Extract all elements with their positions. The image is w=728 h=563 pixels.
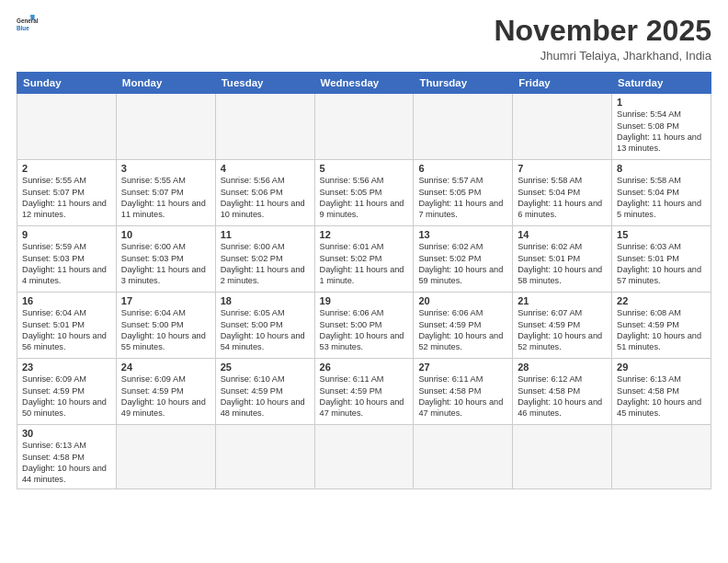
calendar-cell: [513, 94, 612, 160]
day-number: 24: [121, 362, 210, 373]
calendar-week-row: 23Sunrise: 6:09 AM Sunset: 4:59 PM Dayli…: [17, 359, 711, 425]
day-number: 7: [518, 163, 607, 174]
calendar-cell: [215, 94, 314, 160]
day-info: Sunrise: 6:09 AM Sunset: 4:59 PM Dayligh…: [22, 373, 111, 419]
day-number: 27: [418, 362, 507, 373]
day-info: Sunrise: 6:09 AM Sunset: 4:59 PM Dayligh…: [121, 373, 210, 419]
day-number: 17: [121, 295, 210, 306]
day-info: Sunrise: 6:02 AM Sunset: 5:02 PM Dayligh…: [418, 241, 507, 287]
day-number: 20: [418, 295, 507, 306]
day-info: Sunrise: 5:54 AM Sunset: 5:08 PM Dayligh…: [617, 109, 706, 155]
calendar-cell: 27Sunrise: 6:11 AM Sunset: 4:58 PM Dayli…: [414, 359, 513, 425]
calendar-cell: 15Sunrise: 6:03 AM Sunset: 5:01 PM Dayli…: [612, 226, 711, 293]
day-info: Sunrise: 6:12 AM Sunset: 4:58 PM Dayligh…: [518, 373, 607, 419]
calendar-cell: 6Sunrise: 5:57 AM Sunset: 5:05 PM Daylig…: [414, 160, 513, 226]
page: General Blue November 2025 Jhumri Telaiy…: [0, 0, 728, 563]
calendar-week-row: 1Sunrise: 5:54 AM Sunset: 5:08 PM Daylig…: [17, 94, 711, 160]
day-number: 23: [22, 362, 111, 373]
svg-text:Blue: Blue: [17, 25, 29, 31]
day-number: 28: [518, 362, 607, 373]
calendar-cell: 20Sunrise: 6:06 AM Sunset: 4:59 PM Dayli…: [414, 293, 513, 359]
day-info: Sunrise: 6:10 AM Sunset: 4:59 PM Dayligh…: [221, 373, 310, 419]
day-info: Sunrise: 6:01 AM Sunset: 5:02 PM Dayligh…: [320, 241, 409, 287]
day-info: Sunrise: 6:00 AM Sunset: 5:02 PM Dayligh…: [221, 241, 310, 287]
calendar-cell: 24Sunrise: 6:09 AM Sunset: 4:59 PM Dayli…: [116, 359, 215, 425]
day-info: Sunrise: 6:00 AM Sunset: 5:03 PM Dayligh…: [121, 241, 210, 287]
day-info: Sunrise: 6:11 AM Sunset: 4:58 PM Dayligh…: [418, 373, 507, 419]
title-block: November 2025 Jhumri Telaiya, Jharkhand,…: [494, 15, 711, 63]
day-info: Sunrise: 5:56 AM Sunset: 5:05 PM Dayligh…: [320, 175, 409, 221]
calendar-cell: 30Sunrise: 6:13 AM Sunset: 4:58 PM Dayli…: [17, 425, 117, 489]
calendar-cell: 2Sunrise: 5:55 AM Sunset: 5:07 PM Daylig…: [17, 160, 117, 226]
logo: General Blue: [17, 15, 42, 40]
calendar-cell: 12Sunrise: 6:01 AM Sunset: 5:02 PM Dayli…: [314, 226, 414, 293]
calendar-cell: 9Sunrise: 5:59 AM Sunset: 5:03 PM Daylig…: [17, 226, 117, 293]
calendar-header-tuesday: Tuesday: [215, 73, 314, 94]
calendar-cell: 25Sunrise: 6:10 AM Sunset: 4:59 PM Dayli…: [215, 359, 314, 425]
calendar-header-friday: Friday: [513, 73, 612, 94]
day-number: 29: [617, 362, 706, 373]
day-info: Sunrise: 5:55 AM Sunset: 5:07 PM Dayligh…: [22, 175, 111, 221]
day-number: 18: [221, 295, 310, 306]
day-number: 26: [320, 362, 409, 373]
day-info: Sunrise: 6:06 AM Sunset: 5:00 PM Dayligh…: [320, 307, 409, 353]
day-number: 8: [617, 163, 706, 174]
day-number: 10: [121, 229, 210, 240]
calendar: SundayMondayTuesdayWednesdayThursdayFrid…: [17, 72, 711, 489]
calendar-cell: 1Sunrise: 5:54 AM Sunset: 5:08 PM Daylig…: [612, 94, 711, 160]
calendar-cell: 22Sunrise: 6:08 AM Sunset: 4:59 PM Dayli…: [612, 293, 711, 359]
calendar-cell: [612, 425, 711, 489]
day-info: Sunrise: 6:07 AM Sunset: 4:59 PM Dayligh…: [518, 307, 607, 353]
day-number: 9: [22, 229, 111, 240]
subtitle: Jhumri Telaiya, Jharkhand, India: [494, 49, 711, 63]
calendar-header-thursday: Thursday: [414, 73, 513, 94]
calendar-cell: [116, 425, 215, 489]
calendar-cell: 7Sunrise: 5:58 AM Sunset: 5:04 PM Daylig…: [513, 160, 612, 226]
day-number: 6: [418, 163, 507, 174]
day-info: Sunrise: 6:02 AM Sunset: 5:01 PM Dayligh…: [518, 241, 607, 287]
calendar-header-sunday: Sunday: [17, 73, 117, 94]
day-number: 22: [617, 295, 706, 306]
calendar-cell: 17Sunrise: 6:04 AM Sunset: 5:00 PM Dayli…: [116, 293, 215, 359]
day-number: 11: [221, 229, 310, 240]
day-info: Sunrise: 6:06 AM Sunset: 4:59 PM Dayligh…: [418, 307, 507, 353]
calendar-week-row: 9Sunrise: 5:59 AM Sunset: 5:03 PM Daylig…: [17, 226, 711, 293]
day-info: Sunrise: 5:57 AM Sunset: 5:05 PM Dayligh…: [418, 175, 507, 221]
day-number: 12: [320, 229, 409, 240]
day-info: Sunrise: 6:05 AM Sunset: 5:00 PM Dayligh…: [221, 307, 310, 353]
day-number: 25: [221, 362, 310, 373]
day-info: Sunrise: 5:59 AM Sunset: 5:03 PM Dayligh…: [22, 241, 111, 287]
svg-text:General: General: [17, 17, 39, 24]
day-info: Sunrise: 6:03 AM Sunset: 5:01 PM Dayligh…: [617, 241, 706, 287]
day-info: Sunrise: 6:13 AM Sunset: 4:58 PM Dayligh…: [22, 440, 111, 486]
calendar-cell: [314, 94, 414, 160]
calendar-cell: 11Sunrise: 6:00 AM Sunset: 5:02 PM Dayli…: [215, 226, 314, 293]
month-title: November 2025: [494, 15, 711, 47]
day-number: 16: [22, 295, 111, 306]
day-info: Sunrise: 5:58 AM Sunset: 5:04 PM Dayligh…: [518, 175, 607, 221]
calendar-cell: 13Sunrise: 6:02 AM Sunset: 5:02 PM Dayli…: [414, 226, 513, 293]
calendar-cell: 8Sunrise: 5:58 AM Sunset: 5:04 PM Daylig…: [612, 160, 711, 226]
day-number: 3: [121, 163, 210, 174]
day-number: 1: [617, 97, 706, 108]
calendar-cell: 10Sunrise: 6:00 AM Sunset: 5:03 PM Dayli…: [116, 226, 215, 293]
calendar-week-row: 16Sunrise: 6:04 AM Sunset: 5:01 PM Dayli…: [17, 293, 711, 359]
day-info: Sunrise: 5:58 AM Sunset: 5:04 PM Dayligh…: [617, 175, 706, 221]
calendar-cell: 5Sunrise: 5:56 AM Sunset: 5:05 PM Daylig…: [314, 160, 414, 226]
day-info: Sunrise: 6:04 AM Sunset: 5:01 PM Dayligh…: [22, 307, 111, 353]
calendar-cell: 3Sunrise: 5:55 AM Sunset: 5:07 PM Daylig…: [116, 160, 215, 226]
calendar-cell: [314, 425, 414, 489]
day-number: 19: [320, 295, 409, 306]
calendar-header-saturday: Saturday: [612, 73, 711, 94]
calendar-cell: 16Sunrise: 6:04 AM Sunset: 5:01 PM Dayli…: [17, 293, 117, 359]
calendar-cell: 26Sunrise: 6:11 AM Sunset: 4:59 PM Dayli…: [314, 359, 414, 425]
calendar-cell: [215, 425, 314, 489]
calendar-header-wednesday: Wednesday: [314, 73, 414, 94]
day-info: Sunrise: 6:11 AM Sunset: 4:59 PM Dayligh…: [320, 373, 409, 419]
day-info: Sunrise: 6:04 AM Sunset: 5:00 PM Dayligh…: [121, 307, 210, 353]
day-number: 4: [221, 163, 310, 174]
calendar-header-row: SundayMondayTuesdayWednesdayThursdayFrid…: [17, 73, 711, 94]
day-info: Sunrise: 5:56 AM Sunset: 5:06 PM Dayligh…: [221, 175, 310, 221]
calendar-cell: [414, 425, 513, 489]
calendar-cell: 14Sunrise: 6:02 AM Sunset: 5:01 PM Dayli…: [513, 226, 612, 293]
